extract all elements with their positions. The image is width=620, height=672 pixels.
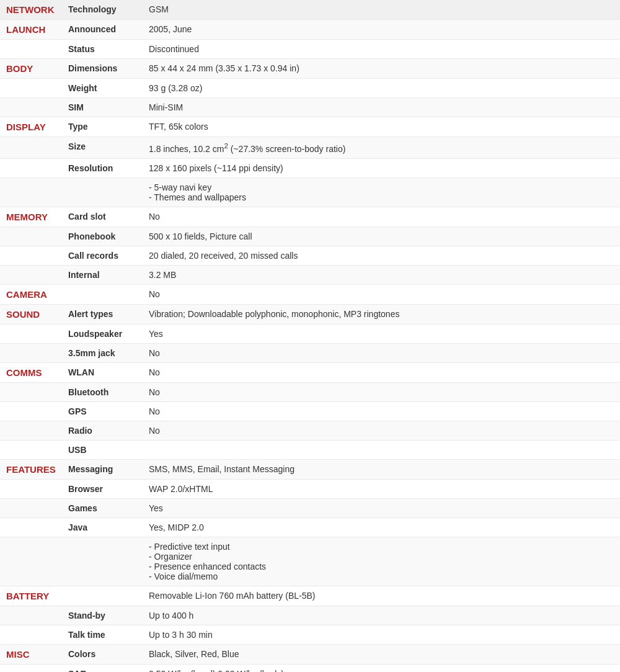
category-cell	[0, 246, 62, 265]
table-row: COMMSWLANNo	[0, 362, 620, 382]
field-value-cell: 2005, June	[143, 20, 620, 40]
field-name-cell: Call records	[62, 246, 143, 265]
field-value-cell: No	[143, 284, 620, 304]
table-row: FEATURESMessagingSMS, MMS, Email, Instan…	[0, 459, 620, 479]
table-row: SOUNDAlert typesVibration; Downloadable …	[0, 304, 620, 324]
category-cell: DISPLAY	[0, 117, 62, 137]
table-row: Internal 3.2 MB	[0, 265, 620, 284]
field-name-cell: Status	[62, 40, 143, 59]
field-name-cell: Loudspeaker	[62, 324, 143, 343]
field-value-cell: 128 x 160 pixels (~114 ppi density)	[143, 158, 620, 177]
category-cell	[0, 158, 62, 177]
field-value-cell: Black, Silver, Red, Blue	[143, 644, 620, 664]
table-row: USB	[0, 440, 620, 459]
field-name-cell: Messaging	[62, 459, 143, 479]
table-row: RadioNo	[0, 421, 620, 440]
category-cell	[0, 324, 62, 343]
category-cell	[0, 664, 62, 672]
category-cell	[0, 40, 62, 59]
category-cell	[0, 606, 62, 625]
category-cell	[0, 479, 62, 498]
category-cell	[0, 226, 62, 246]
category-cell	[0, 537, 62, 586]
field-name-cell: Internal	[62, 265, 143, 284]
field-value-cell: Discontinued	[143, 40, 620, 59]
table-row: BATTERYRemovable Li-Ion 760 mAh battery …	[0, 586, 620, 606]
category-cell: LAUNCH	[0, 20, 62, 40]
field-value-cell: No	[143, 382, 620, 401]
table-row: Size1.8 inches, 10.2 cm2 (~27.3% screen-…	[0, 137, 620, 159]
table-row: Weight93 g (3.28 oz)	[0, 79, 620, 98]
field-name-cell: Browser	[62, 479, 143, 498]
table-row: Call records20 dialed, 20 received, 20 m…	[0, 246, 620, 265]
field-value-cell: Mini-SIM	[143, 98, 620, 117]
field-name-cell: Technology	[62, 0, 143, 20]
field-value-cell: WAP 2.0/xHTML	[143, 479, 620, 498]
category-cell	[0, 517, 62, 537]
field-name-cell	[62, 586, 143, 606]
field-name-cell: Dimensions	[62, 59, 143, 79]
category-cell: NETWORK	[0, 0, 62, 20]
category-cell	[0, 177, 62, 207]
field-value-cell: Yes	[143, 498, 620, 517]
field-name-cell: Weight	[62, 79, 143, 98]
field-name-cell: Radio	[62, 421, 143, 440]
category-cell: BATTERY	[0, 586, 62, 606]
field-name-cell: GPS	[62, 401, 143, 421]
table-row: 3.5mm jackNo	[0, 343, 620, 362]
table-row: NETWORKTechnologyGSM	[0, 0, 620, 20]
category-cell: SOUND	[0, 304, 62, 324]
category-cell: MISC	[0, 644, 62, 664]
field-value-cell: SMS, MMS, Email, Instant Messaging	[143, 459, 620, 479]
table-row: Talk time Up to 3 h 30 min	[0, 625, 620, 644]
field-name-cell	[62, 177, 143, 207]
category-cell	[0, 79, 62, 98]
category-cell	[0, 498, 62, 517]
field-name-cell: Games	[62, 498, 143, 517]
category-cell: BODY	[0, 59, 62, 79]
category-cell: CAMERA	[0, 284, 62, 304]
field-value-cell: Up to 400 h	[143, 606, 620, 625]
field-value-cell: 1.8 inches, 10.2 cm2 (~27.3% screen-to-b…	[143, 137, 620, 159]
field-name-cell: Size	[62, 137, 143, 159]
category-cell	[0, 137, 62, 159]
field-value-cell: - Predictive text input- Organizer- Pres…	[143, 537, 620, 586]
field-value-cell: Yes, MIDP 2.0	[143, 517, 620, 537]
table-row: GPSNo	[0, 401, 620, 421]
field-name-cell: Phonebook	[62, 226, 143, 246]
field-value-cell: No	[143, 421, 620, 440]
table-row: MISCColorsBlack, Silver, Red, Blue	[0, 644, 620, 664]
category-cell	[0, 421, 62, 440]
table-row: BODYDimensions85 x 44 x 24 mm (3.35 x 1.…	[0, 59, 620, 79]
field-name-cell	[62, 537, 143, 586]
field-value-cell: TFT, 65k colors	[143, 117, 620, 137]
table-row: BluetoothNo	[0, 382, 620, 401]
field-value-cell: No	[143, 401, 620, 421]
table-row: Stand-by Up to 400 h	[0, 606, 620, 625]
field-value-cell: - 5-way navi key- Themes and wallpapers	[143, 177, 620, 207]
category-cell	[0, 343, 62, 362]
field-value-cell: 3.2 MB	[143, 265, 620, 284]
field-name-cell: Stand-by	[62, 606, 143, 625]
field-name-cell: Talk time	[62, 625, 143, 644]
field-value-cell: 0.59 W/kg (head) 0.92 W/kg (body)	[143, 664, 620, 672]
table-row: JavaYes, MIDP 2.0	[0, 517, 620, 537]
field-name-cell: Announced	[62, 20, 143, 40]
category-cell	[0, 401, 62, 421]
table-row: SIMMini-SIM	[0, 98, 620, 117]
table-row: - Predictive text input- Organizer- Pres…	[0, 537, 620, 586]
field-name-cell: Java	[62, 517, 143, 537]
category-cell: FEATURES	[0, 459, 62, 479]
field-value-cell: 500 x 10 fields, Picture call	[143, 226, 620, 246]
table-row: MEMORYCard slotNo	[0, 207, 620, 226]
table-row: GamesYes	[0, 498, 620, 517]
field-value-cell: No	[143, 343, 620, 362]
field-name-cell: SAR	[62, 664, 143, 672]
field-name-cell: Resolution	[62, 158, 143, 177]
field-name-cell: USB	[62, 440, 143, 459]
field-value-cell	[143, 440, 620, 459]
field-name-cell: Type	[62, 117, 143, 137]
field-name-cell: Colors	[62, 644, 143, 664]
field-name-cell: WLAN	[62, 362, 143, 382]
field-value-cell: 20 dialed, 20 received, 20 missed calls	[143, 246, 620, 265]
